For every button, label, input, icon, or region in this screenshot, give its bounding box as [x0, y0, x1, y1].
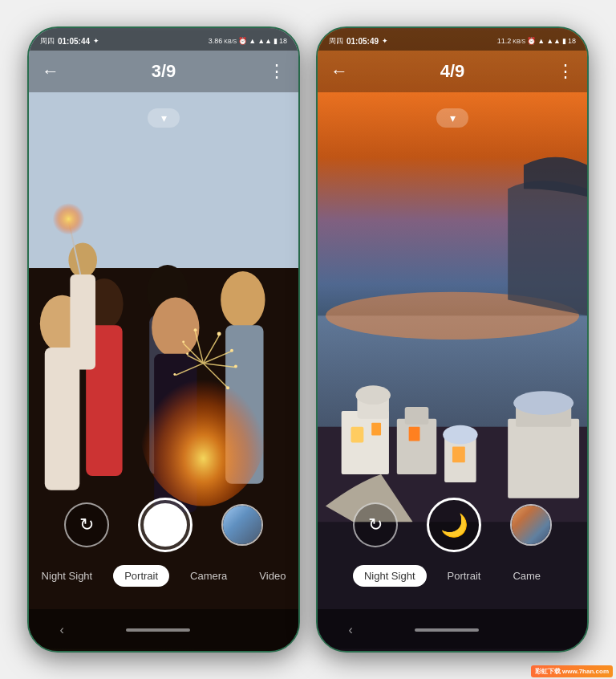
mode-labels-1: Night Sight Portrait Camera Video	[30, 565, 298, 587]
wifi-icon-2: ▲	[537, 37, 545, 45]
svg-point-39	[355, 385, 390, 405]
back-button-1[interactable]: ←	[42, 61, 59, 82]
mode-label-portrait-2[interactable]: Portrait	[436, 565, 492, 587]
svg-rect-47	[452, 446, 465, 462]
mode-buttons-1: ↻	[64, 498, 263, 552]
svg-rect-37	[342, 411, 389, 474]
rotate-camera-button-2[interactable]: ↻	[353, 502, 398, 547]
svg-point-21	[194, 328, 197, 331]
battery-icon-2: ▮	[562, 37, 566, 45]
svg-point-24	[230, 349, 233, 352]
shutter-button-2[interactable]: 🌙	[427, 498, 481, 552]
watermark: 彩虹下载 www.7han.com	[531, 665, 613, 677]
gallery-thumb-bg-1	[223, 506, 261, 544]
battery-level-1: 18	[279, 37, 287, 45]
signal-icon-1: ▲▲	[257, 37, 272, 45]
bottom-back-2[interactable]: ‹	[348, 623, 352, 637]
svg-rect-49	[508, 419, 579, 498]
gallery-thumb-bg-2	[512, 506, 550, 544]
status-right-2: 11.2 KB/S ⏰ ▲ ▲▲ ▮ 18	[497, 37, 576, 45]
mode-label-portrait-1[interactable]: Portrait	[113, 565, 169, 587]
status-day-1: 周四	[40, 36, 55, 47]
phone-device-2: 周四 01:05:49 ✦ 11.2 KB/S ⏰ ▲ ▲▲ ▮ 18 ← 4/…	[316, 26, 589, 653]
svg-point-22	[217, 332, 221, 336]
status-left-1: 周四 01:05:44 ✦	[40, 36, 99, 47]
more-button-1[interactable]: ⋮	[268, 61, 286, 82]
mode-label-night-sight-1[interactable]: Night Sight	[30, 565, 104, 587]
svg-point-51	[513, 391, 573, 415]
top-nav-2: ← 4/9 ⋮	[318, 51, 587, 92]
svg-point-12	[140, 348, 266, 506]
svg-point-23	[182, 340, 184, 343]
dropdown-icon-1: ▾	[161, 112, 167, 124]
status-bar-2: 周四 01:05:49 ✦ 11.2 KB/S ⏰ ▲ ▲▲ ▮ 18	[318, 28, 587, 51]
bottom-bar-1: ‹	[29, 609, 298, 651]
mode-buttons-2: ↻ 🌙	[353, 498, 552, 552]
photo-count-2: 4/9	[440, 61, 465, 82]
signal-icon-2: ▲▲	[546, 37, 561, 45]
bottom-bar-2: ‹	[318, 609, 587, 651]
photo-count-1: 3/9	[152, 61, 176, 82]
svg-rect-45	[371, 423, 381, 436]
top-nav-1: ← 3/9 ⋮	[29, 51, 298, 92]
svg-rect-46	[409, 427, 420, 441]
status-right-1: 3.86 KB/S ⏰ ▲ ▲▲ ▮ 18	[209, 37, 287, 45]
phone-device-1: 周四 01:05:44 ✦ 3.86 KB/S ⏰ ▲ ▲▲ ▮ 18 ← 3/…	[27, 26, 300, 653]
rotate-icon-1: ↻	[79, 514, 94, 535]
mode-label-night-sight-2[interactable]: Night Sight	[353, 565, 427, 587]
svg-point-25	[186, 352, 188, 355]
battery-level-2: 18	[568, 37, 576, 45]
svg-point-32	[53, 203, 85, 235]
svg-rect-30	[70, 274, 95, 370]
home-indicator-2	[415, 628, 479, 632]
moon-icon-2: 🌙	[440, 512, 468, 539]
svg-point-43	[443, 425, 477, 445]
network-speed-2: 11.2	[497, 37, 512, 45]
status-icon-2: ✦	[382, 37, 388, 45]
more-button-2[interactable]: ⋮	[557, 61, 574, 82]
mode-label-camera-1[interactable]: Camera	[179, 565, 238, 587]
network-unit-1: KB/S	[224, 39, 237, 44]
rotate-icon-2: ↻	[368, 514, 383, 535]
home-indicator-1	[126, 628, 190, 632]
camera-controls-2: ↻ 🌙 Night Sight Portrait Came	[318, 498, 587, 587]
mode-label-camera-2[interactable]: Came	[501, 565, 552, 587]
rotate-camera-button-1[interactable]: ↻	[64, 502, 109, 547]
svg-point-28	[226, 386, 229, 389]
status-icon-1: ✦	[93, 37, 99, 45]
shutter-inner-1	[144, 503, 187, 547]
camera-controls-1: ↻ Night Sight Portrait Camera Video	[29, 498, 298, 587]
status-time-1: 01:05:44	[58, 37, 90, 46]
mode-labels-2: Night Sight Portrait Came	[353, 565, 552, 587]
status-day-2: 周四	[329, 36, 343, 47]
dropdown-button-2[interactable]: ▾	[436, 108, 468, 128]
gallery-thumbnail-1[interactable]	[221, 504, 263, 546]
svg-rect-44	[351, 427, 364, 443]
dropdown-button-1[interactable]: ▾	[148, 108, 180, 128]
network-unit-2: KB/S	[513, 39, 525, 44]
svg-point-10	[221, 271, 265, 328]
network-speed-1: 3.86	[209, 37, 223, 45]
svg-point-26	[234, 365, 237, 368]
svg-point-27	[173, 373, 176, 376]
wifi-icon-1: ▲	[249, 37, 256, 45]
svg-rect-41	[405, 407, 429, 425]
clock-icon-2: ⏰	[527, 37, 536, 45]
clock-icon-1: ⏰	[238, 37, 247, 45]
status-bar-1: 周四 01:05:44 ✦ 3.86 KB/S ⏰ ▲ ▲▲ ▮ 18	[29, 28, 298, 51]
mode-label-video-1[interactable]: Video	[248, 565, 297, 587]
bottom-back-1[interactable]: ‹	[59, 623, 63, 637]
gallery-thumbnail-2[interactable]	[510, 504, 552, 546]
status-time-2: 01:05:49	[346, 37, 379, 46]
back-button-2[interactable]: ←	[330, 61, 348, 82]
status-left-2: 周四 01:05:49 ✦	[329, 36, 388, 47]
svg-point-29	[68, 242, 97, 277]
battery-icon-1: ▮	[274, 37, 278, 45]
shutter-button-1[interactable]	[138, 498, 192, 552]
dropdown-icon-2: ▾	[450, 112, 456, 124]
